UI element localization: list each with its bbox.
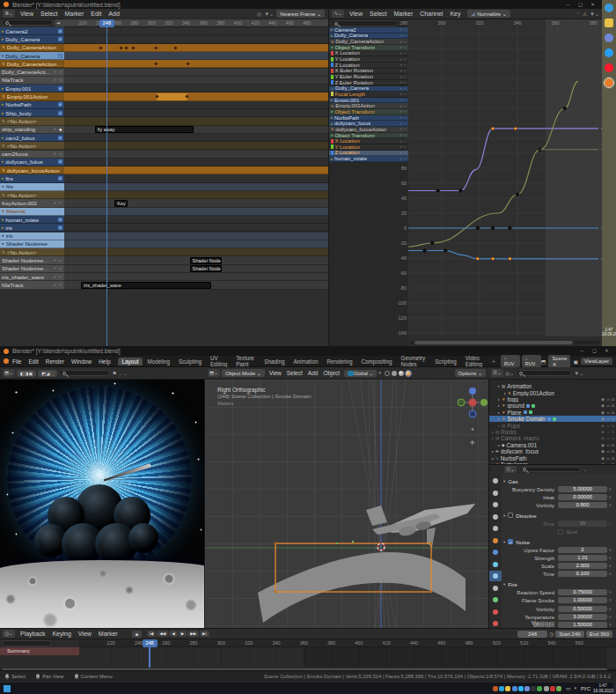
snap-magnet-icon[interactable]: ⌖ xyxy=(378,370,381,376)
nla-channel-no-action[interactable]: ↯<No Action> xyxy=(0,117,64,125)
hide-eye-icon[interactable]: ◉ xyxy=(601,410,605,415)
channel-lock-icon[interactable]: • xyxy=(405,69,407,73)
nla-playhead[interactable] xyxy=(106,27,108,346)
prop-stepper[interactable] xyxy=(609,504,612,506)
outliner-row-camera-macro[interactable]: ▸▤Camera_macro◉▭◘ xyxy=(489,435,616,441)
prop-value-reaction-speed[interactable]: 0.75000 xyxy=(558,589,607,595)
graph-channel-dolly-cameraaction[interactable]: ↯Dolly_CameraAction✓• xyxy=(329,39,408,45)
prop-stepper[interactable] xyxy=(609,549,612,551)
outliner-row-rocks[interactable]: ▸▤Rocks◉▭◘ xyxy=(489,429,616,435)
expand-arrow-icon[interactable]: ▸ xyxy=(489,456,494,461)
keyframe-dot[interactable] xyxy=(132,46,136,49)
channel-checkbox[interactable]: ✓ xyxy=(58,111,62,115)
viewport-menu-view[interactable]: View xyxy=(267,370,284,376)
properties-tab-constraints[interactable] xyxy=(489,583,502,594)
tab-uv-editing[interactable]: UV Editing xyxy=(206,354,231,368)
show-errors-icon[interactable]: ⚠ xyxy=(583,11,587,17)
taskbar-app-icon[interactable] xyxy=(512,686,517,691)
channel-enable-checkbox[interactable]: ✓ xyxy=(400,40,402,44)
nla-channel-dollycam-fokus[interactable]: ▸dollycam_fokus✓ xyxy=(0,159,64,166)
titlebar-top[interactable]: Blender* [Y:\blender\sputnik\untitled.bl… xyxy=(0,0,602,9)
render-preview-viewport[interactable] xyxy=(0,380,205,628)
graph-menu-view[interactable]: View xyxy=(346,11,366,17)
section-checkbox[interactable]: ✓ xyxy=(508,539,513,544)
expand-arrow-icon[interactable]: ▸ xyxy=(489,449,494,454)
track-mute-checkbox[interactable]: ✓ xyxy=(54,266,57,270)
nla-menu-edit[interactable]: Edit xyxy=(87,11,105,17)
mode-pinned-icons[interactable]: ◧◨▣ xyxy=(17,370,36,377)
disable-render-icon[interactable]: ◘ xyxy=(612,456,614,461)
disable-viewport-icon[interactable]: ▭ xyxy=(606,397,610,402)
nla-search-input[interactable] xyxy=(2,19,53,26)
disable-viewport-icon[interactable]: ▭ xyxy=(606,424,610,428)
graph-channel-y-location[interactable]: Y Location✓• xyxy=(329,56,408,63)
nla-channel-no-action[interactable]: ↯<No Action> xyxy=(0,248,64,256)
editor-type-icon[interactable]: ☷⌄ xyxy=(504,466,517,473)
shading-wireframe-icon[interactable] xyxy=(385,371,390,376)
close-button[interactable]: ✕ xyxy=(587,1,598,9)
channel-lock-icon[interactable]: • xyxy=(405,51,407,55)
properties-tab-particles[interactable] xyxy=(489,559,502,570)
channel-checkbox[interactable]: ✓ xyxy=(58,218,62,222)
prev-keyframe-button[interactable]: ◀◀ xyxy=(157,631,168,637)
outliner-row-animation[interactable]: ▸▤Animation xyxy=(489,383,616,389)
prop-value-vorticity[interactable]: 0.800 xyxy=(558,502,607,508)
opera-icon[interactable] xyxy=(605,63,613,72)
taskbar-app-icon[interactable] xyxy=(518,686,524,691)
gizmo-y-neg[interactable] xyxy=(458,399,465,406)
expand-arrow-icon[interactable]: ▸ xyxy=(489,384,500,388)
channel-enable-checkbox[interactable]: ✓ xyxy=(400,80,402,85)
viewlayer-selector[interactable]: ViewLayer xyxy=(581,358,612,365)
workspace-ruv-down-button[interactable]: ↓ RUV xyxy=(522,355,541,367)
outliner-row-fogg[interactable]: ▸▼fogg◉▭◘ xyxy=(489,396,616,402)
menu-edit[interactable]: Edit xyxy=(25,358,41,365)
outliner-row-pupe[interactable]: ▸▤Pupe◉▭◘ xyxy=(489,422,616,428)
channel-enable-checkbox[interactable]: ✓ xyxy=(400,45,402,49)
tab-rendering[interactable]: Rendering xyxy=(322,358,356,365)
gizmo-z-neg[interactable] xyxy=(469,410,476,417)
channel-lock-icon[interactable]: • xyxy=(405,98,407,102)
track-solo-star-icon[interactable]: ☆ xyxy=(59,200,62,205)
channel-lock-icon[interactable]: • xyxy=(405,27,407,32)
nla-channel-no-action[interactable]: ↯<No Action> xyxy=(0,191,64,199)
play-reverse-button[interactable]: ◀ xyxy=(169,631,177,637)
outliner-row-smoke-domain[interactable]: ▸▼Smoke Domain◉▭◘ xyxy=(489,416,616,422)
scrollbar-handle[interactable] xyxy=(414,341,573,344)
taskbar-app-icon[interactable] xyxy=(493,686,498,691)
prop-stepper[interactable] xyxy=(609,522,612,525)
prop-value-strength[interactable]: 1.01 xyxy=(558,555,607,561)
taskbar-app-icon[interactable] xyxy=(537,686,542,691)
channel-checkbox[interactable]: ✓ xyxy=(58,102,62,107)
track-solo-star-icon[interactable]: ☆ xyxy=(59,151,62,157)
hide-eye-icon[interactable]: ◉ xyxy=(601,449,605,454)
expand-arrow-icon[interactable]: ▸ xyxy=(489,436,494,440)
channel-lock-icon[interactable]: • xyxy=(405,57,407,62)
nla-channel-dolly-camera[interactable]: ▸Dolly_Camera✓ xyxy=(0,35,64,43)
keyframe-dot[interactable] xyxy=(154,63,158,66)
editor-type-icon[interactable]: ∿⌄ xyxy=(332,10,344,18)
properties-tab-data[interactable] xyxy=(489,594,502,605)
channel-enable-checkbox[interactable]: ✓ xyxy=(400,115,402,120)
expand-arrow-icon[interactable]: ▸ xyxy=(489,391,506,395)
nla-strip-key[interactable]: Key xyxy=(114,200,128,207)
properties-search-input[interactable] xyxy=(519,467,581,472)
nla-channel-shader-nodetreeaction[interactable]: Shader NodetreeAction✓☆ xyxy=(0,256,64,264)
graph-search-input[interactable] xyxy=(331,20,398,26)
taskbar-app-icon[interactable] xyxy=(505,686,510,691)
track-solo-star-icon[interactable]: ☆ xyxy=(59,266,62,271)
channel-lock-icon[interactable]: • xyxy=(405,133,407,137)
nla-channel-dollycam-focusaction[interactable]: ↯dollycam_focusAction xyxy=(0,166,64,174)
channel-enable-checkbox[interactable]: ✓ xyxy=(400,92,402,96)
channel-checkbox[interactable]: ✓ xyxy=(58,29,62,33)
jump-to-end-button[interactable]: ▶| xyxy=(200,631,209,637)
blender-icon[interactable] xyxy=(605,78,613,87)
nla-channel-fire[interactable]: ▸fire✓ xyxy=(0,174,64,182)
network-icon[interactable]: ▭ xyxy=(566,685,571,691)
channel-enable-checkbox[interactable]: ✓ xyxy=(400,98,402,102)
filter-icon[interactable]: ▼⌄ xyxy=(264,11,274,17)
dropdown-icon[interactable]: ⌄ xyxy=(583,467,587,472)
graph-vscrollbar[interactable] xyxy=(598,26,601,326)
hide-eye-icon[interactable]: ◉ xyxy=(601,436,605,440)
hide-eye-icon[interactable]: ◉ xyxy=(601,443,605,447)
nla-channel-dolly-camera[interactable]: ▾Dolly_Camera✓ xyxy=(0,52,64,60)
